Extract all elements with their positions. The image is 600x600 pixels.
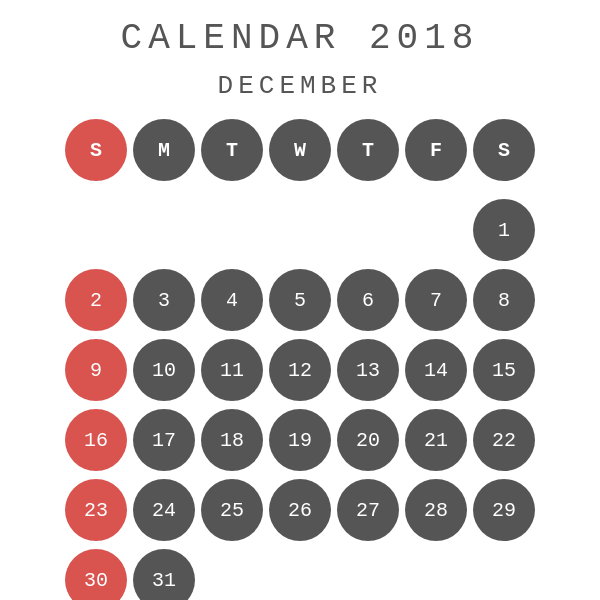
day-cell-33[interactable]: 28	[405, 479, 467, 541]
header-cell-0: S	[65, 119, 127, 181]
day-cell-1[interactable]	[133, 199, 195, 261]
header-cell-6: S	[473, 119, 535, 181]
day-cell-37[interactable]	[201, 549, 263, 600]
day-cell-30[interactable]: 25	[201, 479, 263, 541]
month-title: DECEMBER	[218, 71, 383, 101]
day-cell-6[interactable]: 1	[473, 199, 535, 261]
header-cell-3: W	[269, 119, 331, 181]
day-cell-5[interactable]	[405, 199, 467, 261]
day-cell-26[interactable]: 21	[405, 409, 467, 471]
day-cell-41[interactable]	[473, 549, 535, 600]
day-cell-25[interactable]: 20	[337, 409, 399, 471]
day-cell-8[interactable]: 3	[133, 269, 195, 331]
day-cell-38[interactable]	[269, 549, 331, 600]
day-cell-22[interactable]: 17	[133, 409, 195, 471]
day-cell-19[interactable]: 14	[405, 339, 467, 401]
day-cell-29[interactable]: 24	[133, 479, 195, 541]
day-cell-36[interactable]: 31	[133, 549, 195, 600]
day-cell-13[interactable]: 8	[473, 269, 535, 331]
day-cell-16[interactable]: 11	[201, 339, 263, 401]
day-cell-24[interactable]: 19	[269, 409, 331, 471]
day-cell-40[interactable]	[405, 549, 467, 600]
day-cell-35[interactable]: 30	[65, 549, 127, 600]
day-cell-39[interactable]	[337, 549, 399, 600]
day-cell-2[interactable]	[201, 199, 263, 261]
day-cell-10[interactable]: 5	[269, 269, 331, 331]
day-cell-23[interactable]: 18	[201, 409, 263, 471]
header-cell-1: M	[133, 119, 195, 181]
day-cell-12[interactable]: 7	[405, 269, 467, 331]
header-cell-5: F	[405, 119, 467, 181]
day-cell-4[interactable]	[337, 199, 399, 261]
day-cell-0[interactable]	[65, 199, 127, 261]
day-cell-9[interactable]: 4	[201, 269, 263, 331]
day-cell-7[interactable]: 2	[65, 269, 127, 331]
day-cell-27[interactable]: 22	[473, 409, 535, 471]
day-cell-28[interactable]: 23	[65, 479, 127, 541]
header-cell-4: T	[337, 119, 399, 181]
day-cell-34[interactable]: 29	[473, 479, 535, 541]
day-cell-31[interactable]: 26	[269, 479, 331, 541]
calendar-grid: SMTWTFS	[62, 119, 538, 181]
day-cell-21[interactable]: 16	[65, 409, 127, 471]
day-cell-14[interactable]: 9	[65, 339, 127, 401]
day-cell-32[interactable]: 27	[337, 479, 399, 541]
day-cell-3[interactable]	[269, 199, 331, 261]
day-cell-11[interactable]: 6	[337, 269, 399, 331]
day-cell-20[interactable]: 15	[473, 339, 535, 401]
day-cell-15[interactable]: 10	[133, 339, 195, 401]
day-cell-18[interactable]: 13	[337, 339, 399, 401]
page-title: CALENDAR 2018	[121, 18, 480, 59]
calendar-days: 1234567891011121314151617181920212223242…	[62, 199, 538, 600]
day-cell-17[interactable]: 12	[269, 339, 331, 401]
header-cell-2: T	[201, 119, 263, 181]
